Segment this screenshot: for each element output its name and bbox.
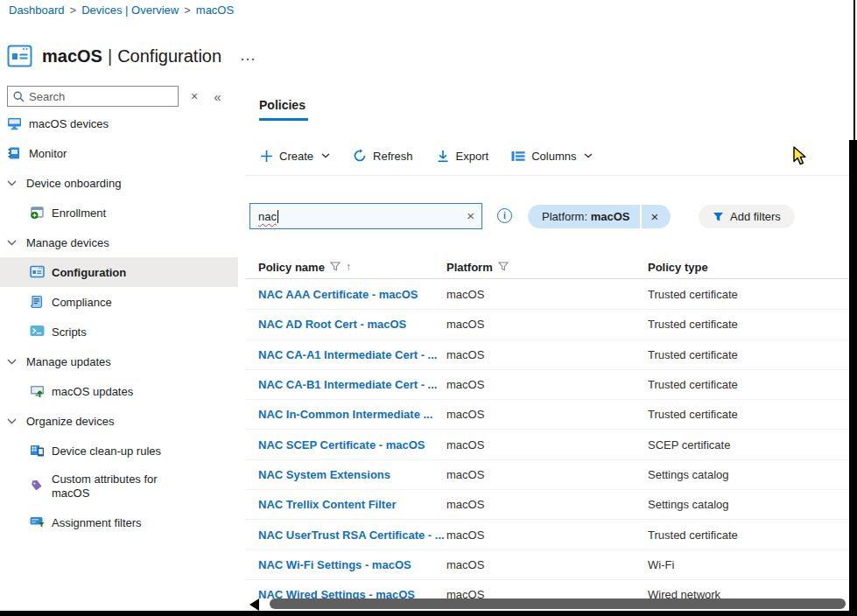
refresh-button[interactable]: Refresh (353, 149, 413, 163)
create-button[interactable]: Create (259, 149, 330, 163)
sort-ascending-icon[interactable]: ↑ (346, 261, 351, 273)
policy-search-input[interactable]: nac × (249, 203, 482, 229)
policy-name-link[interactable]: NAC CA-A1 Intermediate Cert - ... (245, 348, 446, 361)
sidebar-search-input[interactable] (29, 90, 160, 103)
sidebar-item-scripts[interactable]: Scripts (0, 317, 238, 346)
sidebar-search-box[interactable] (7, 86, 179, 107)
screenshot-bottom-border (0, 611, 857, 616)
compliance-icon (30, 295, 45, 310)
chevron-down-icon[interactable] (7, 359, 19, 365)
breadcrumb-link[interactable]: macOS (196, 4, 234, 17)
remove-platform-filter-icon[interactable]: × (642, 205, 671, 228)
updates-icon (30, 384, 45, 399)
policy-type-cell: Trusted certificate (648, 318, 738, 331)
table-row[interactable]: NAC UserTrust RSA Certificate - ...macOS… (245, 520, 849, 550)
policy-name-link[interactable]: NAC AD Root Cert - macOS (245, 318, 446, 331)
policy-type-cell: Trusted certificate (648, 348, 738, 361)
policy-type-cell: Trusted certificate (648, 528, 738, 542)
policy-name-link[interactable]: NAC CA-B1 Intermediate Cert - ... (245, 378, 446, 391)
toolbar-divider (245, 175, 849, 176)
table-row[interactable]: NAC CA-B1 Intermediate Cert - ...macOSTr… (245, 370, 849, 400)
page-header: macOS|Configuration ... (7, 44, 256, 68)
text-caret (277, 210, 278, 223)
policy-name-link[interactable]: NAC Trellix Content Filter (245, 498, 446, 511)
filter-funnel-icon[interactable] (330, 261, 341, 274)
tab-policies[interactable]: Policies (259, 98, 306, 112)
table-row[interactable]: NAC AAA Certificate - macOSmacOSTrusted … (245, 280, 849, 310)
sidebar-item-configuration[interactable]: Configuration (0, 257, 238, 287)
column-header-policy-type[interactable]: Policy type (648, 256, 708, 278)
toolbar-button-label: Create (279, 150, 313, 163)
plus-icon (259, 149, 273, 163)
sidebar-item-macos-updates[interactable]: macOS updates (0, 376, 238, 406)
clear-search-icon[interactable]: × (467, 208, 474, 223)
column-header-policy-name[interactable]: Policy name↑ (245, 256, 446, 278)
columns-button[interactable]: Columns (511, 149, 593, 163)
table-row[interactable]: NAC Trellix Content FiltermacOSSettings … (245, 490, 849, 520)
breadcrumb-link[interactable]: Dashboard (9, 4, 65, 17)
chevron-down-icon[interactable] (7, 240, 19, 246)
sidebar-item-compliance[interactable]: Compliance (0, 287, 238, 317)
table-row[interactable]: NAC SCEP Certificate - macOSmacOSSCEP ce… (245, 430, 849, 459)
sidebar-item-enrollment[interactable]: Enrollment (0, 198, 238, 228)
export-button[interactable]: Export (436, 149, 489, 163)
table-row[interactable]: NAC CA-A1 Intermediate Cert - ...macOSTr… (245, 340, 849, 370)
sidebar-item-label: macOS devices (29, 117, 109, 130)
scroll-left-arrow[interactable] (249, 598, 259, 611)
table-row[interactable]: NAC In-Common Intermediate ...macOSTrust… (245, 400, 849, 430)
breadcrumb-link[interactable]: Devices | Overview (81, 4, 179, 17)
sidebar-item-label: Enrollment (52, 206, 106, 220)
sidebar-item-macos-devices[interactable]: macOS devices (0, 108, 238, 138)
sidebar-item-assignment-filters[interactable]: Assignment filters (0, 508, 238, 537)
policy-name-link[interactable]: NAC SCEP Certificate - macOS (245, 438, 446, 452)
sidebar-item-label: Device clean-up rules (52, 444, 161, 458)
sidebar-item-organize-devices[interactable]: Organize devices (0, 406, 238, 436)
download-icon (436, 149, 450, 163)
policy-name-link[interactable]: NAC Wi-Fi Settings - macOS (245, 558, 446, 571)
policy-type-cell: Settings catalog (648, 498, 729, 511)
add-filters-button[interactable]: Add filters (699, 205, 795, 228)
sidebar-item-monitor[interactable]: Monitor (0, 138, 238, 168)
sidebar-item-device-onboarding[interactable]: Device onboarding (0, 168, 238, 198)
table-row[interactable]: NAC Wi-Fi Settings - macOSmacOSWi-Fi (245, 550, 849, 580)
sidebar-item-device-clean-up-rules[interactable]: Device clean-up rules (0, 436, 238, 466)
search-icon (13, 91, 25, 102)
toolbar-button-label: Export (456, 150, 489, 163)
platform-cell: macOS (446, 348, 648, 361)
sidebar-item-label: Manage devices (26, 236, 109, 249)
table-row[interactable]: NAC AD Root Cert - macOSmacOSTrusted cer… (245, 310, 849, 340)
sidebar-item-manage-devices[interactable]: Manage devices (0, 228, 238, 257)
column-header-platform[interactable]: Platform (446, 256, 648, 278)
sidebar-item-label: Scripts (52, 326, 87, 339)
toolbar: CreateRefreshExportColumns (259, 149, 593, 163)
platform-cell: macOS (446, 318, 648, 331)
sidebar-collapse-icon[interactable]: « (214, 89, 221, 104)
table-row[interactable]: NAC System ExtensionsmacOSSettings catal… (245, 460, 849, 490)
policy-name-link[interactable]: NAC In-Common Intermediate ... (245, 408, 446, 421)
filter-bar: nac × i Platform: macOS × Add filters (245, 203, 849, 231)
platform-filter-label[interactable]: Platform: macOS (528, 205, 640, 228)
sidebar: × « macOS devicesMonitorDevice onboardin… (0, 82, 238, 609)
policy-name-link[interactable]: NAC System Extensions (245, 468, 446, 481)
sidebar-item-manage-updates[interactable]: Manage updates (0, 346, 238, 376)
filter-funnel-icon[interactable] (498, 261, 509, 274)
page-title: macOS|Configuration (42, 46, 221, 66)
configuration-icon (30, 265, 45, 280)
horizontal-scrollbar[interactable] (270, 598, 846, 609)
sidebar-item-label: Manage updates (26, 355, 111, 368)
sidebar-item-custom-attributes-for-macos[interactable]: Custom attributes for macOS (0, 466, 238, 508)
platform-cell: macOS (446, 288, 648, 301)
cleanup-icon (30, 444, 45, 458)
chevron-down-icon (584, 153, 593, 158)
policy-name-link[interactable]: NAC UserTrust RSA Certificate - ... (245, 528, 446, 542)
policy-name-link[interactable]: NAC AAA Certificate - macOS (245, 288, 446, 301)
vertical-scrollbar-region[interactable] (849, 140, 857, 616)
platform-filter-pill[interactable]: Platform: macOS × (528, 205, 671, 228)
chevron-down-icon[interactable] (7, 418, 19, 424)
chevron-down-icon (321, 153, 330, 158)
info-icon[interactable]: i (497, 208, 512, 223)
intune-configuration-page: Dashboard>Devices | Overview>macOS macOS… (0, 0, 857, 616)
breadcrumb-separator: > (184, 4, 191, 17)
sidebar-search-clear-icon[interactable]: × (191, 89, 198, 103)
chevron-down-icon[interactable] (7, 180, 19, 186)
